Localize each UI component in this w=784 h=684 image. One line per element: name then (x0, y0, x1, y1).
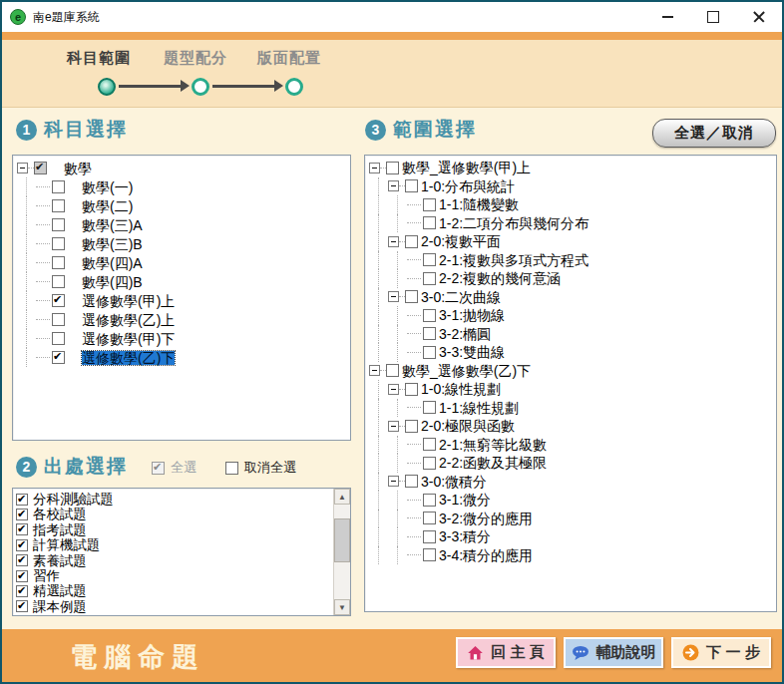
deselect-all-checkbox[interactable] (225, 462, 238, 475)
tree-row[interactable]: 數學 (17, 159, 350, 177)
tree-row[interactable]: 3-2:微分的應用 (369, 510, 776, 528)
tree-row[interactable]: 1-1:隨機變數 (369, 195, 776, 214)
tree-label[interactable]: 1-2:二項分布與幾何分布 (439, 216, 588, 230)
checkbox[interactable] (405, 475, 418, 488)
tree-label[interactable]: 3-2:微分的應用 (439, 512, 533, 525)
collapse-icon[interactable] (388, 421, 399, 432)
collapse-icon[interactable] (17, 163, 28, 173)
step-circle-2[interactable] (192, 78, 209, 96)
checkbox[interactable] (52, 199, 65, 212)
collapse-icon[interactable] (369, 365, 380, 376)
tree-label[interactable]: 數學(三)A (82, 218, 143, 232)
checkbox[interactable] (52, 256, 65, 269)
collapse-icon[interactable] (388, 476, 399, 487)
tree-row[interactable]: 2-0:極限與函數 (369, 417, 776, 436)
tree-label[interactable]: 選修數學(甲)上 (82, 294, 175, 308)
source-list-item[interactable]: 指考試題 (16, 522, 350, 537)
source-list-item[interactable]: 各校試題 (16, 507, 350, 521)
tree-row[interactable]: 1-0:線性規劃 (369, 380, 776, 399)
tree-row[interactable]: 3-4:積分的應用 (369, 546, 776, 565)
tree-row[interactable]: 3-0:微積分 (369, 473, 776, 492)
checkbox[interactable] (16, 585, 28, 597)
tree-label[interactable]: 數學(三)B (82, 237, 143, 251)
tree-row[interactable]: 3-1:微分 (369, 491, 776, 510)
checkbox[interactable] (405, 290, 418, 303)
checkbox[interactable] (405, 420, 418, 433)
tree-row[interactable]: 1-2:二項分布與幾何分布 (369, 214, 776, 233)
tree-row[interactable]: 選修數學(甲)上 (17, 291, 350, 310)
tree-row[interactable]: 2-1:複數與多項式方程式 (369, 251, 776, 270)
checkbox[interactable] (423, 530, 436, 543)
tree-label[interactable]: 選修數學(甲)下 (82, 332, 175, 346)
collapse-icon[interactable] (388, 236, 399, 247)
checkbox[interactable] (52, 332, 65, 345)
checkbox[interactable] (423, 198, 436, 211)
checkbox[interactable] (16, 494, 28, 506)
scroll-down-icon[interactable]: ▼ (334, 599, 350, 615)
tree-row[interactable]: 選修數學(乙)下 (17, 348, 350, 367)
checkbox[interactable] (423, 346, 436, 359)
checkbox[interactable] (52, 351, 65, 364)
tree-label[interactable]: 2-2:複數的幾何意涵 (439, 271, 561, 285)
tree-label[interactable]: 2-0:極限與函數 (421, 419, 515, 433)
tree-label[interactable]: 2-0:複數平面 (421, 234, 501, 248)
checkbox[interactable] (16, 539, 28, 551)
step-circle-3[interactable] (285, 78, 303, 96)
select-all-toggle-button[interactable]: 全選／取消 (652, 119, 776, 148)
checkbox[interactable] (423, 512, 436, 524)
checkbox[interactable] (423, 457, 436, 470)
close-button[interactable] (736, 2, 782, 32)
checkbox[interactable] (52, 294, 65, 307)
tree-label[interactable]: 3-0:微積分 (421, 475, 487, 489)
checkbox[interactable] (405, 235, 418, 248)
tree-row[interactable]: 選修數學(甲)下 (17, 329, 350, 348)
collapse-icon[interactable] (388, 180, 399, 191)
checkbox[interactable] (386, 364, 399, 377)
tree-label[interactable]: 3-1:拋物線 (439, 308, 505, 322)
collapse-icon[interactable] (369, 163, 380, 173)
checkbox[interactable] (423, 253, 436, 266)
tree-label[interactable]: 數學(四)B (82, 275, 143, 289)
checkbox[interactable] (16, 554, 28, 566)
source-list-item[interactable]: 課本例題 (16, 599, 350, 614)
checkbox[interactable] (16, 509, 28, 520)
checkbox[interactable] (423, 272, 436, 285)
minimize-button[interactable] (644, 2, 690, 32)
tree-row[interactable]: 數學(四)B (17, 272, 350, 291)
step-circle-1-active[interactable] (98, 78, 116, 96)
checkbox[interactable] (52, 313, 65, 326)
tree-row[interactable]: 3-1:拋物線 (369, 306, 776, 325)
collapse-icon[interactable] (388, 291, 399, 302)
checkbox[interactable] (386, 162, 399, 174)
tree-label[interactable]: 2-1:複數與多項式方程式 (439, 253, 588, 267)
checkbox[interactable] (423, 494, 436, 507)
scroll-up-icon[interactable]: ▲ (334, 489, 350, 505)
tree-row[interactable]: 數學(四)A (17, 253, 350, 272)
source-list-item[interactable]: 分科測驗試題 (16, 492, 350, 507)
deselect-all-checkbox-group[interactable]: 取消全選 (225, 459, 296, 477)
tree-label-selected[interactable]: 選修數學(乙)下 (82, 351, 175, 365)
home-button[interactable]: 回 主 頁 (456, 637, 556, 668)
source-list-item[interactable]: 計算機試題 (16, 537, 350, 552)
select-all-checkbox-group[interactable]: 全選 (152, 459, 196, 477)
tree-row[interactable]: 1-0:分布與統計 (369, 177, 776, 196)
next-step-button[interactable]: 下 一 步 (671, 637, 771, 668)
tree-row[interactable]: 選修數學(乙)上 (17, 310, 350, 329)
tree-label[interactable]: 3-1:微分 (439, 493, 491, 507)
tree-label[interactable]: 數學_選修數學(乙)下 (402, 364, 531, 378)
tree-row[interactable]: 2-2:函數及其極限 (369, 454, 776, 473)
tree-row[interactable]: 數學(三)B (17, 234, 350, 253)
select-all-checkbox[interactable] (152, 462, 165, 475)
checkbox[interactable] (423, 548, 436, 561)
checkbox[interactable] (52, 180, 65, 193)
tree-label[interactable]: 數學 (64, 162, 92, 175)
scrollbar-thumb[interactable] (334, 518, 350, 562)
source-list-item[interactable]: 習作 (16, 568, 350, 583)
tree-row[interactable]: 2-0:複數平面 (369, 232, 776, 251)
tree-label[interactable]: 選修數學(乙)上 (82, 313, 175, 327)
checkbox[interactable] (423, 438, 436, 451)
tree-row[interactable]: 3-2:橢圓 (369, 325, 776, 344)
tree-row[interactable]: 數學_選修數學(乙)下 (369, 362, 776, 381)
source-list-item[interactable]: 素養試題 (16, 553, 350, 568)
tree-label[interactable]: 3-3:雙曲線 (439, 345, 505, 359)
